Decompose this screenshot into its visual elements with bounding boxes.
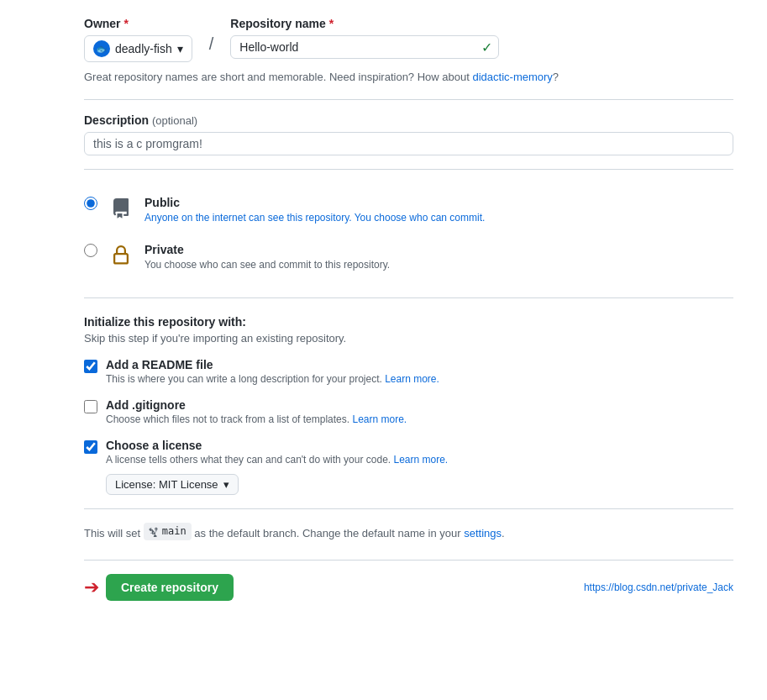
public-option: Public Anyone on the internet can see th…	[84, 187, 733, 234]
license-checkbox[interactable]	[84, 440, 97, 454]
branch-name: main	[162, 524, 186, 539]
gitignore-desc: Choose which files not to track from a l…	[106, 412, 733, 427]
readme-learn-more[interactable]: Learn more.	[385, 373, 439, 385]
license-content: Choose a license A license tells others …	[106, 439, 733, 495]
avatar-icon: 🐟	[96, 44, 108, 55]
repo-name-input[interactable]	[230, 35, 499, 59]
owner-dropdown-arrow: ▾	[177, 42, 183, 55]
branch-settings-link[interactable]: settings	[464, 527, 502, 539]
owner-avatar: 🐟	[93, 40, 110, 57]
gitignore-content: Add .gitignore Choose which files not to…	[106, 398, 733, 427]
public-title: Public	[144, 195, 733, 212]
private-radio[interactable]	[84, 244, 97, 257]
bottom-row: ➔ Create repository https://blog.csdn.ne…	[84, 574, 733, 601]
init-subtitle: Skip this step if you're importing an ex…	[84, 332, 733, 345]
create-repository-button[interactable]: Create repository	[106, 574, 234, 601]
license-title: Choose a license	[106, 439, 733, 452]
license-learn-more[interactable]: Learn more.	[394, 454, 449, 466]
divider-1	[84, 99, 733, 100]
public-content: Public Anyone on the internet can see th…	[144, 195, 733, 225]
gitignore-title: Add .gitignore	[106, 398, 733, 412]
owner-required-star: *	[124, 17, 129, 30]
divider-5	[84, 560, 733, 561]
readme-title: Add a README file	[106, 358, 733, 371]
owner-dropdown[interactable]: 🐟 deadly-fish ▾	[84, 35, 192, 62]
gitignore-checkbox[interactable]	[84, 400, 97, 413]
suggestion-link[interactable]: didactic-memory	[472, 71, 552, 83]
gitignore-learn-more[interactable]: Learn more.	[352, 413, 407, 425]
branch-badge: main	[144, 523, 192, 540]
readme-checkbox[interactable]	[84, 360, 97, 373]
readme-option: Add a README file This is where you can …	[84, 358, 733, 387]
owner-name: deadly-fish	[115, 42, 172, 55]
bottom-url: https://blog.csdn.net/private_Jack	[584, 582, 733, 593]
private-title: Private	[144, 242, 733, 259]
create-button-wrapper: ➔ Create repository	[84, 574, 234, 601]
init-section: Initialize this repository with: Skip th…	[84, 315, 733, 495]
private-option: Private You choose who can see and commi…	[84, 234, 733, 281]
public-desc: Anyone on the internet can see this repo…	[144, 211, 733, 225]
private-icon	[108, 242, 134, 269]
public-icon	[108, 195, 134, 222]
visibility-section: Public Anyone on the internet can see th…	[84, 187, 733, 282]
init-title: Initialize this repository with:	[84, 315, 733, 329]
description-optional: (optional)	[152, 114, 197, 127]
suggestion-text: Great repository names are short and mem…	[84, 69, 733, 86]
slash-divider: /	[209, 17, 214, 52]
description-label: Description (optional)	[84, 113, 733, 127]
license-dropdown-arrow: ▾	[223, 478, 229, 491]
license-desc: A license tells others what they can and…	[106, 452, 733, 467]
branch-info: This will set main as the default branch…	[84, 523, 733, 542]
description-input[interactable]	[84, 132, 733, 155]
license-option: Choose a license A license tells others …	[84, 439, 733, 495]
divider-4	[84, 508, 733, 509]
private-content: Private You choose who can see and commi…	[144, 242, 733, 272]
gitignore-option: Add .gitignore Choose which files not to…	[84, 398, 733, 427]
readme-desc: This is where you can write a long descr…	[106, 371, 733, 387]
owner-label: Owner *	[84, 17, 192, 30]
readme-content: Add a README file This is where you can …	[106, 358, 733, 387]
private-desc: You choose who can see and commit to thi…	[144, 258, 733, 272]
divider-2	[84, 169, 733, 170]
repo-name-required-star: *	[329, 17, 334, 30]
public-radio[interactable]	[84, 197, 97, 210]
license-dropdown-label: License: MIT License	[115, 478, 218, 491]
repo-name-valid-icon: ✓	[481, 39, 492, 55]
repo-name-label: Repository name *	[230, 17, 499, 30]
divider-3	[84, 297, 733, 298]
license-dropdown[interactable]: License: MIT License ▾	[106, 474, 239, 495]
red-arrow-icon: ➔	[84, 576, 99, 598]
